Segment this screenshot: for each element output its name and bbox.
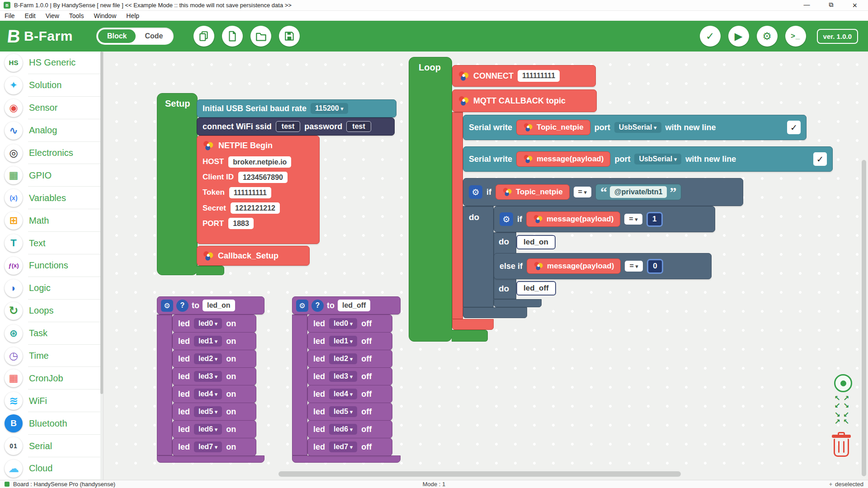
led-select-dropdown[interactable]: led2 bbox=[329, 353, 357, 364]
led-on-call-block[interactable]: led_on bbox=[516, 235, 556, 249]
fn-led-on-spine[interactable] bbox=[157, 314, 172, 455]
netpie-clientid-field[interactable]: 1234567890 bbox=[238, 172, 288, 183]
mutator-gear-icon[interactable]: ⚙ bbox=[469, 185, 482, 199]
close-button[interactable]: × bbox=[852, 1, 857, 9]
sidebar-item-variables[interactable]: (x)Variables bbox=[0, 187, 103, 209]
fn-led-off-header[interactable]: ⚙ ? to led_off bbox=[292, 296, 401, 314]
led-select-dropdown[interactable]: led2 bbox=[194, 353, 222, 364]
setup-block-foot[interactable] bbox=[196, 266, 224, 275]
number-value-block[interactable]: 1 bbox=[646, 212, 663, 227]
led-select-dropdown[interactable]: led0 bbox=[194, 318, 222, 329]
mutator-gear-icon[interactable]: ⚙ bbox=[161, 300, 173, 312]
mqtt-callback-block[interactable]: MQTT CALLBACK topic bbox=[452, 89, 597, 112]
led-row[interactable]: ledled3off bbox=[307, 367, 392, 385]
serial-baud-block[interactable]: Initial USB Serial baud rate 115200 bbox=[197, 99, 396, 117]
sidebar-item-bluetooth[interactable]: BBluetooth bbox=[0, 412, 103, 435]
led-row[interactable]: ledled6off bbox=[307, 420, 392, 438]
newline-checkbox[interactable]: ✓ bbox=[787, 121, 801, 134]
sidebar-item-task[interactable]: ⊛Task bbox=[0, 322, 103, 345]
vertical-scrollbar[interactable] bbox=[862, 160, 866, 476]
led-off-call-block[interactable]: led_off bbox=[516, 281, 556, 296]
block-mode-button[interactable]: Block bbox=[98, 29, 136, 43]
sidebar-item-loops[interactable]: ↻Loops bbox=[0, 300, 103, 322]
if-outer-foot[interactable] bbox=[463, 307, 527, 318]
led-row[interactable]: ledled1on bbox=[172, 332, 256, 350]
topic-netpie-embed-block[interactable]: Topic_netpie bbox=[516, 120, 590, 135]
led-row[interactable]: ledled4on bbox=[172, 385, 256, 403]
serial-write-message-block[interactable]: Serial write message(payload) port UsbSe… bbox=[463, 146, 833, 172]
sidebar-item-functions[interactable]: ƒ(x)Functions bbox=[0, 254, 103, 277]
fn-led-on-header[interactable]: ⚙ ? to led_on bbox=[157, 296, 264, 314]
wifi-ssid-field[interactable]: test bbox=[276, 121, 300, 132]
message-payload-embed-block[interactable]: message(payload) bbox=[526, 211, 620, 227]
led-select-dropdown[interactable]: led1 bbox=[194, 336, 222, 347]
menu-window[interactable]: Window bbox=[94, 12, 116, 19]
sidebar-scrollbar-thumb[interactable] bbox=[100, 52, 103, 394]
led-select-dropdown[interactable]: led1 bbox=[329, 336, 357, 347]
help-icon[interactable]: ? bbox=[311, 300, 324, 312]
led-row[interactable]: ledled3on bbox=[172, 367, 256, 385]
fn-name-field[interactable]: led_off bbox=[338, 300, 370, 311]
led-row[interactable]: ledled0off bbox=[307, 314, 392, 333]
message-payload-embed-block[interactable]: message(payload) bbox=[527, 258, 621, 274]
help-icon[interactable]: ? bbox=[176, 300, 189, 312]
loop-block-frame[interactable] bbox=[409, 57, 452, 342]
sidebar-item-cronjob[interactable]: ▦CronJob bbox=[0, 367, 103, 389]
zoom-in-icon[interactable] bbox=[832, 395, 854, 409]
port-dropdown[interactable]: UsbSerial bbox=[634, 154, 681, 164]
sidebar-item-logic[interactable]: ◗Logic bbox=[0, 277, 103, 300]
netpie-port-field[interactable]: 1883 bbox=[228, 218, 254, 229]
operator-dropdown[interactable]: = bbox=[625, 261, 642, 272]
run-button[interactable]: ▶ bbox=[728, 26, 749, 47]
operator-dropdown[interactable]: = bbox=[624, 214, 642, 225]
led-row[interactable]: ledled7on bbox=[172, 438, 256, 456]
led-select-dropdown[interactable]: led6 bbox=[329, 424, 357, 435]
connect-block[interactable]: CONNECT 111111111 bbox=[452, 65, 596, 87]
led-row[interactable]: ledled2on bbox=[172, 350, 256, 368]
if-message-block[interactable]: ⚙ if message(payload) = 1 bbox=[494, 206, 715, 232]
led-row[interactable]: ledled0on bbox=[172, 314, 256, 333]
netpie-begin-block[interactable]: NETPIE Begin HOSTbroker.netpie.io Client… bbox=[197, 136, 320, 244]
baud-dropdown[interactable]: 115200 bbox=[311, 103, 348, 114]
sidebar-item-serial[interactable]: 01Serial bbox=[0, 435, 103, 457]
save-button[interactable] bbox=[279, 26, 300, 47]
sidebar-item-cloud[interactable]: ☁Cloud bbox=[0, 457, 103, 480]
led-select-dropdown[interactable]: led4 bbox=[194, 389, 222, 399]
netpie-secret-field[interactable]: 1212121212 bbox=[231, 202, 280, 214]
mqtt-callback-spine[interactable] bbox=[452, 112, 463, 319]
open-folder-button[interactable] bbox=[250, 26, 271, 47]
led-row[interactable]: ledled4off bbox=[307, 385, 392, 403]
mutator-gear-icon[interactable]: ⚙ bbox=[296, 300, 308, 312]
led-row[interactable]: ledled5off bbox=[307, 403, 392, 421]
menu-view[interactable]: View bbox=[46, 12, 59, 19]
newline-checkbox[interactable]: ✓ bbox=[813, 152, 827, 166]
netpie-host-field[interactable]: broker.netpie.io bbox=[228, 156, 291, 168]
center-workspace-button[interactable] bbox=[834, 374, 852, 392]
sidebar-item-electronics[interactable]: ◎Electronics bbox=[0, 142, 103, 164]
code-mode-button[interactable]: Code bbox=[136, 29, 172, 43]
wifi-password-field[interactable]: test bbox=[346, 121, 371, 132]
sidebar-item-hs-generic[interactable]: HSHS Generic bbox=[0, 52, 103, 74]
settings-button[interactable]: ⚙ bbox=[757, 26, 778, 47]
sidebar-item-gpio[interactable]: ▦GPIO bbox=[0, 164, 103, 187]
number-value-block[interactable]: 0 bbox=[647, 259, 663, 274]
led-select-dropdown[interactable]: led3 bbox=[329, 371, 357, 382]
led-row[interactable]: ledled5on bbox=[172, 403, 256, 421]
string-topic-block[interactable]: “ @private/btn1 ” bbox=[595, 184, 681, 200]
led-select-dropdown[interactable]: led5 bbox=[329, 406, 357, 417]
led-row[interactable]: ledled2off bbox=[307, 350, 392, 368]
led-row[interactable]: ledled6on bbox=[172, 420, 256, 438]
port-dropdown[interactable]: UsbSerial bbox=[614, 122, 661, 133]
led-select-dropdown[interactable]: led7 bbox=[194, 441, 222, 452]
menu-tools[interactable]: Tools bbox=[69, 12, 84, 19]
led-select-dropdown[interactable]: led3 bbox=[194, 371, 222, 382]
sidebar-scrollbar[interactable] bbox=[100, 52, 103, 480]
trash-icon[interactable] bbox=[830, 432, 852, 457]
topic-string-field[interactable]: @private/btn1 bbox=[610, 186, 667, 197]
led-row[interactable]: ledled7off bbox=[307, 438, 392, 456]
led-select-dropdown[interactable]: led0 bbox=[329, 318, 357, 329]
terminal-button[interactable]: >_ bbox=[785, 26, 806, 47]
sidebar-item-text[interactable]: TText bbox=[0, 232, 103, 254]
operator-dropdown[interactable]: = bbox=[574, 187, 591, 197]
led-select-dropdown[interactable]: led5 bbox=[194, 406, 222, 417]
